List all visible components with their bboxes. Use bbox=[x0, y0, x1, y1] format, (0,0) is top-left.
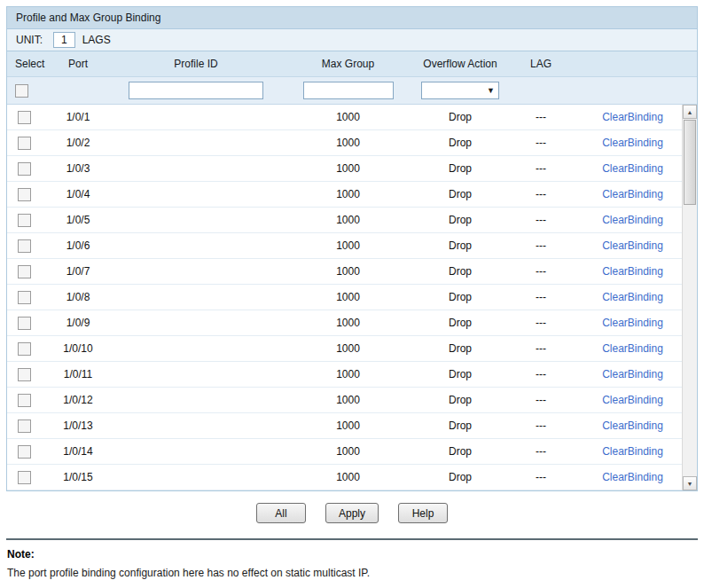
port-cell: 1/0/4 bbox=[53, 182, 103, 208]
clear-binding-link[interactable]: ClearBinding bbox=[602, 188, 663, 200]
max-group-cell: 1000 bbox=[289, 439, 407, 465]
clear-binding-link[interactable]: ClearBinding bbox=[602, 265, 663, 278]
panel-title: Profile and Max Group Binding bbox=[7, 7, 697, 29]
lag-cell: --- bbox=[513, 130, 568, 156]
row-checkbox[interactable] bbox=[18, 342, 31, 356]
port-cell: 1/0/11 bbox=[53, 362, 103, 388]
row-checkbox[interactable] bbox=[18, 162, 31, 176]
lag-cell: --- bbox=[513, 388, 568, 413]
apply-button[interactable]: Apply bbox=[325, 503, 379, 523]
action-cell: ClearBinding bbox=[568, 285, 697, 310]
table-row: 1/0/81000Drop---ClearBinding bbox=[7, 285, 697, 310]
clear-binding-link[interactable]: ClearBinding bbox=[602, 291, 663, 303]
clear-binding-link[interactable]: ClearBinding bbox=[602, 394, 663, 406]
max-group-cell: 1000 bbox=[289, 233, 407, 259]
header-action bbox=[568, 51, 697, 77]
row-checkbox[interactable] bbox=[18, 188, 31, 201]
clear-binding-link[interactable]: ClearBinding bbox=[602, 239, 663, 252]
lag-cell: --- bbox=[513, 105, 568, 130]
max-group-cell: 1000 bbox=[289, 310, 407, 336]
help-button[interactable]: Help bbox=[398, 503, 448, 523]
max-group-cell: 1000 bbox=[289, 105, 407, 130]
row-checkbox[interactable] bbox=[18, 291, 31, 304]
table-row: 1/0/21000Drop---ClearBinding bbox=[7, 130, 697, 156]
lag-cell: --- bbox=[513, 362, 568, 388]
binding-table: Select Port Profile ID Max Group Overflo… bbox=[7, 51, 697, 490]
select-cell bbox=[7, 285, 53, 310]
row-checkbox[interactable] bbox=[18, 368, 31, 381]
select-cell bbox=[7, 182, 53, 208]
action-cell: ClearBinding bbox=[568, 413, 697, 439]
clear-binding-link[interactable]: ClearBinding bbox=[602, 471, 663, 483]
clear-binding-link[interactable]: ClearBinding bbox=[602, 317, 663, 329]
row-checkbox[interactable] bbox=[18, 419, 31, 433]
scroll-down-button[interactable]: ▼ bbox=[683, 476, 697, 490]
overflow-action-cell: Drop bbox=[407, 439, 513, 465]
note-label: Note: bbox=[7, 548, 697, 561]
lag-cell: --- bbox=[513, 156, 568, 182]
row-checkbox[interactable] bbox=[18, 239, 31, 253]
table-row: 1/0/31000Drop---ClearBinding bbox=[7, 156, 697, 182]
overflow-action-cell: Drop bbox=[407, 362, 513, 388]
port-cell: 1/0/14 bbox=[53, 439, 103, 465]
clear-binding-link[interactable]: ClearBinding bbox=[602, 419, 663, 432]
clear-binding-link[interactable]: ClearBinding bbox=[602, 137, 663, 149]
select-cell bbox=[7, 439, 53, 465]
clear-binding-link[interactable]: ClearBinding bbox=[602, 445, 663, 458]
scrollbar-track[interactable] bbox=[683, 119, 697, 476]
row-checkbox[interactable] bbox=[18, 471, 31, 484]
table-row: 1/0/61000Drop---ClearBinding bbox=[7, 233, 697, 259]
clear-binding-link[interactable]: ClearBinding bbox=[602, 162, 663, 175]
action-cell: ClearBinding bbox=[568, 156, 697, 182]
action-cell: ClearBinding bbox=[568, 182, 697, 208]
filter-row: ▼ bbox=[7, 77, 697, 105]
select-cell bbox=[7, 336, 53, 362]
filter-select-cell bbox=[7, 77, 53, 105]
overflow-action-cell: Drop bbox=[407, 388, 513, 413]
clear-binding-link[interactable]: ClearBinding bbox=[602, 342, 663, 355]
row-checkbox[interactable] bbox=[18, 394, 31, 407]
profile-id-input[interactable] bbox=[129, 82, 263, 99]
max-group-cell: 1000 bbox=[289, 388, 407, 413]
overflow-action-cell: Drop bbox=[407, 336, 513, 362]
select-all-checkbox[interactable] bbox=[15, 84, 28, 98]
table-scrollbar[interactable]: ▲ ▼ bbox=[682, 105, 697, 490]
filter-port-cell bbox=[53, 77, 103, 105]
max-group-cell: 1000 bbox=[289, 336, 407, 362]
row-checkbox[interactable] bbox=[18, 317, 31, 330]
select-cell bbox=[7, 233, 53, 259]
table-row: 1/0/51000Drop---ClearBinding bbox=[7, 208, 697, 233]
clear-binding-link[interactable]: ClearBinding bbox=[602, 214, 663, 226]
lags-tab[interactable]: LAGS bbox=[82, 34, 111, 46]
overflow-action-cell: Drop bbox=[407, 413, 513, 439]
all-button[interactable]: All bbox=[256, 503, 306, 523]
row-checkbox[interactable] bbox=[18, 111, 31, 124]
profile-id-cell bbox=[103, 336, 289, 362]
scrollbar-thumb[interactable] bbox=[684, 120, 696, 205]
action-cell: ClearBinding bbox=[568, 310, 697, 336]
row-checkbox[interactable] bbox=[18, 137, 31, 150]
table-row: 1/0/131000Drop---ClearBinding bbox=[7, 413, 697, 439]
select-cell bbox=[7, 465, 53, 490]
table-row: 1/0/41000Drop---ClearBinding bbox=[7, 182, 697, 208]
header-profile-id: Profile ID bbox=[103, 51, 289, 77]
table-row: 1/0/91000Drop---ClearBinding bbox=[7, 310, 697, 336]
profile-id-cell bbox=[103, 105, 289, 130]
row-checkbox[interactable] bbox=[18, 265, 31, 278]
clear-binding-link[interactable]: ClearBinding bbox=[602, 111, 663, 123]
max-group-input[interactable] bbox=[303, 82, 394, 99]
lag-cell: --- bbox=[513, 285, 568, 310]
select-cell bbox=[7, 388, 53, 413]
row-checkbox[interactable] bbox=[18, 445, 31, 459]
unit-1-tab[interactable]: 1 bbox=[53, 32, 75, 48]
port-cell: 1/0/3 bbox=[53, 156, 103, 182]
row-checkbox[interactable] bbox=[18, 214, 31, 227]
profile-id-cell bbox=[103, 208, 289, 233]
profile-id-cell bbox=[103, 310, 289, 336]
overflow-action-select[interactable]: ▼ bbox=[421, 82, 499, 99]
profile-id-cell bbox=[103, 388, 289, 413]
filter-lag-cell bbox=[513, 77, 568, 105]
profile-binding-panel: Profile and Max Group Binding UNIT: 1 LA… bbox=[6, 6, 698, 491]
clear-binding-link[interactable]: ClearBinding bbox=[602, 368, 663, 380]
scroll-up-button[interactable]: ▲ bbox=[683, 105, 697, 119]
